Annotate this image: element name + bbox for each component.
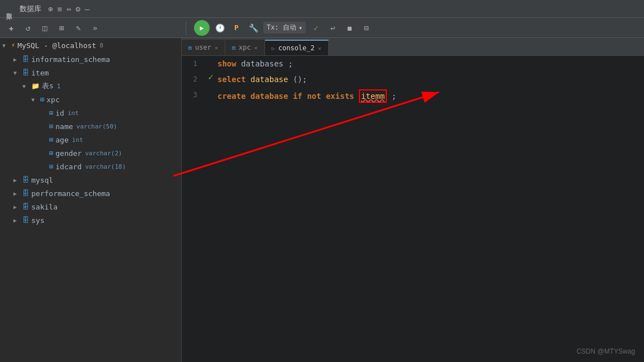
edit-btn[interactable]: ✎: [72, 21, 85, 35]
db-mysql[interactable]: ▶ 🗄 mysql: [0, 173, 181, 187]
split-icon[interactable]: ⇔: [67, 4, 71, 13]
db-label-sakila: sakila: [31, 203, 58, 211]
db-item[interactable]: ▼ 🗄 item: [0, 66, 181, 79]
tab-console2-close[interactable]: ✕: [318, 45, 321, 51]
more-btn[interactable]: »: [88, 21, 102, 35]
tx-label: Tx: 自动: [267, 23, 296, 32]
code-line-2: 2 ✓ select database ();: [182, 72, 644, 87]
column-icon: ⊞: [49, 136, 53, 144]
add-btn[interactable]: ✚: [4, 21, 18, 35]
line-content-2: select database ();: [217, 72, 644, 87]
sidebar: ▼ ⚡ MySQL - @localhost 8 ▶ 🗄 information…: [0, 38, 182, 362]
expand-arrow-icon: ▶: [13, 56, 22, 63]
wrench-btn[interactable]: 🔧: [247, 21, 260, 35]
check-btn[interactable]: ✓: [309, 21, 323, 35]
db-icon: 🗄: [22, 216, 29, 224]
stop-btn[interactable]: ◼: [343, 21, 356, 35]
folder-icon: 📁: [31, 82, 40, 90]
tab-console-icon: ▷: [272, 45, 275, 51]
col-type-name: varchar(50): [77, 123, 117, 130]
code-line-3: 3 create database if not exists itemm ;: [182, 87, 644, 105]
tab-xpc-label: xpc: [239, 44, 251, 51]
col-type-id: int: [68, 109, 79, 117]
layers-btn[interactable]: ◫: [38, 21, 51, 35]
col-type-gender: varchar(2): [85, 150, 122, 157]
tab-xpc-close[interactable]: ✕: [254, 45, 258, 51]
toolbar-left: ✚ ↺ ◫ ⊞ ✎ »: [4, 21, 186, 35]
menu-bar-left: 数据库 数据库: [4, 4, 41, 14]
conn-arrow-icon: ▼: [2, 42, 11, 49]
tab-console2[interactable]: ▷ console_2 ✕: [265, 40, 329, 55]
grid-btn[interactable]: ⊞: [55, 21, 68, 35]
expand-arrow-icon: ▶: [13, 190, 22, 197]
expand-arrow-icon: ▼: [31, 97, 40, 103]
line-indicator-2: ✓: [204, 72, 217, 82]
profile-btn[interactable]: P: [230, 21, 243, 35]
execute-button[interactable]: ▶: [194, 20, 210, 36]
column-icon: ⊞: [49, 122, 53, 130]
tab-xpc[interactable]: ⊞ xpc ✕: [225, 40, 265, 55]
connection-label: MySQL - @localhost: [17, 41, 96, 50]
db-label-sys: sys: [31, 216, 44, 225]
line-number-3: 3: [182, 87, 204, 103]
expand-arrow-icon: ▼: [13, 70, 22, 76]
table-xpc[interactable]: ▼ ⊞ xpc: [0, 93, 181, 106]
db-performance-schema[interactable]: ▶ 🗄 performance_schema: [0, 187, 181, 200]
vertical-label: 数据库: [4, 8, 13, 9]
db-sys[interactable]: ▶ 🗄 sys: [0, 213, 181, 227]
db-label-mysql: mysql: [31, 176, 53, 184]
line-content-3: create database if not exists itemm ;: [217, 87, 644, 105]
line-content-1: show databases ;: [217, 56, 644, 72]
tab-table-icon: ⊞: [188, 45, 192, 51]
col-label-gender: gender: [55, 149, 82, 158]
col-label-idcard: idcard: [55, 163, 82, 171]
minus-icon[interactable]: —: [85, 4, 89, 13]
column-gender[interactable]: ▶ ⊞ gender varchar(2): [0, 146, 181, 160]
chevron-down-icon: ▾: [299, 24, 302, 32]
history-btn[interactable]: 🕐: [213, 21, 226, 35]
column-age[interactable]: ▶ ⊞ age int: [0, 133, 181, 146]
tab-bar: ⊞ user ✕ ⊞ xpc ✕ ▷ console_2 ✕: [182, 38, 644, 56]
db-icon: 🗄: [22, 189, 29, 197]
connection-node[interactable]: ▼ ⚡ MySQL - @localhost 8: [0, 38, 181, 53]
code-editor[interactable]: 1 show databases ; 2 ✓ select: [182, 56, 644, 362]
code-lines: 1 show databases ; 2 ✓ select: [182, 56, 644, 105]
db-label-information-schema: information_schema: [31, 55, 110, 64]
db-information-schema[interactable]: ▶ 🗄 information_schema: [0, 53, 181, 66]
toolbar-right: ▶ 🕐 P 🔧 Tx: 自动 ▾ ✓ ↩ ◼ ⊟: [190, 20, 373, 36]
column-id[interactable]: ▶ ⊞ id int: [0, 106, 181, 120]
column-name[interactable]: ▶ ⊞ name varchar(50): [0, 120, 181, 133]
tables-count: 1: [57, 83, 61, 90]
menu-icons: ⊕ ≡ ⇔ ⚙ —: [48, 4, 89, 13]
column-icon: ⊞: [49, 163, 53, 170]
add-connection-icon[interactable]: ⊕: [48, 4, 53, 13]
tx-dropdown[interactable]: Tx: 自动 ▾: [263, 22, 306, 34]
code-line-1: 1 show databases ;: [182, 56, 644, 72]
menu-bar: 数据库 数据库 ⊕ ≡ ⇔ ⚙ —: [0, 0, 644, 18]
watermark: CSDN @MTYSwag: [576, 347, 635, 355]
rollback-btn[interactable]: ↩: [326, 21, 339, 35]
toolbar: ✚ ↺ ◫ ⊞ ✎ » ▶ 🕐 P 🔧 Tx: 自动 ▾ ✓ ↩ ◼ ⊟: [0, 18, 644, 38]
tab-user-label: user: [195, 44, 211, 51]
col-type-age: int: [72, 136, 83, 144]
table-label-xpc: xpc: [46, 96, 59, 104]
db-label-performance-schema: performance_schema: [31, 189, 110, 198]
main-content: ▼ ⚡ MySQL - @localhost 8 ▶ 🗄 information…: [0, 38, 644, 362]
db-icon: 🗄: [22, 69, 29, 77]
list-icon[interactable]: ≡: [57, 4, 61, 13]
tables-folder[interactable]: ▼ 📁 表s 1: [0, 79, 181, 93]
connection-count: 8: [100, 42, 103, 49]
expand-arrow-icon: ▶: [13, 204, 22, 210]
check-icon: ✓: [208, 72, 214, 82]
column-idcard[interactable]: ▶ ⊞ idcard varchar(18): [0, 160, 181, 173]
format-btn[interactable]: ⊟: [359, 21, 373, 35]
expand-arrow-icon: ▼: [22, 83, 31, 89]
tab-user[interactable]: ⊞ user ✕: [182, 40, 225, 55]
column-icon: ⊞: [49, 149, 53, 157]
tables-label: 表s: [42, 81, 54, 91]
settings-icon[interactable]: ⚙: [75, 4, 80, 13]
table-icon: ⊞: [40, 96, 44, 103]
refresh-btn[interactable]: ↺: [21, 21, 35, 35]
db-sakila[interactable]: ▶ 🗄 sakila: [0, 200, 181, 213]
tab-user-close[interactable]: ✕: [215, 45, 218, 51]
